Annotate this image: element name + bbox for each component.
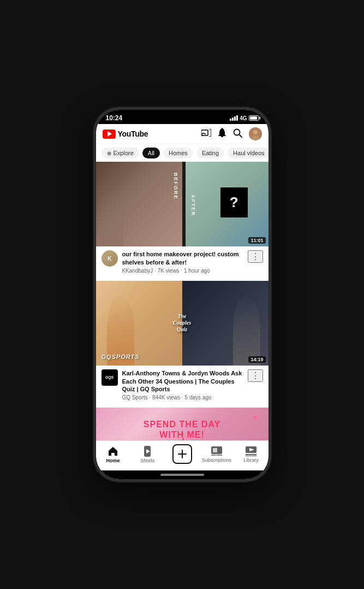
phone-shell: 10:24 4G YouTube (95, 109, 270, 480)
heart-1: ♥ (253, 413, 257, 422)
chip-explore[interactable]: ⊕ Explore (102, 148, 139, 158)
couples-quiz-overlay: TheCouplesQuiz (173, 313, 191, 333)
heart-2: ♥ (260, 437, 263, 440)
app-bar-actions (201, 127, 262, 140)
home-bar (160, 474, 204, 476)
channel-avatar-2[interactable]: GQS (102, 369, 118, 386)
video-meta-2: Karl-Anthony Towns & Jordyn Woods Ask Ea… (122, 369, 243, 401)
cast-icon (201, 129, 211, 137)
video-title-1[interactable]: our first home makeover project! custom … (122, 250, 243, 267)
app-bar: YouTube (96, 124, 268, 144)
avatar[interactable] (249, 127, 262, 140)
video-card-2: TheCouplesQuiz GQSPORTS 14:19 GQS Karl-A… (96, 281, 268, 404)
signal-bar-4 (236, 115, 238, 121)
duration-badge-2: 14:19 (248, 356, 265, 363)
chip-haul[interactable]: Haul videos (228, 148, 268, 158)
signal-bar-3 (234, 116, 236, 121)
channel-avatar-1[interactable]: K (102, 250, 118, 267)
battery-icon (249, 115, 259, 121)
notifications-button[interactable] (218, 128, 226, 140)
thumbnail-2[interactable]: TheCouplesQuiz GQSPORTS 14:19 (96, 281, 268, 366)
video-card-1: before after ? 11:01 K our first home ma… (96, 162, 268, 276)
nav-shorts[interactable]: Shorts (130, 446, 165, 463)
battery-fill (250, 116, 257, 120)
avatar-image (249, 127, 262, 140)
notch (160, 110, 204, 122)
video-title-2[interactable]: Karl-Anthony Towns & Jordyn Woods Ask Ea… (122, 369, 243, 394)
thumb2-left (96, 281, 182, 366)
chip-eating-label: Eating (202, 150, 219, 156)
youtube-icon (103, 129, 116, 139)
status-time: 10:24 (106, 114, 123, 122)
channel-name-2: GQ Sports (122, 394, 148, 400)
compass-icon: ⊕ (107, 150, 111, 156)
video-card-3: SPEND THE DAY WITH ME! ♥ ♥ ↓ (96, 408, 268, 440)
signal-bar-1 (230, 119, 231, 121)
nav-create[interactable] (165, 444, 199, 465)
home-icon (108, 446, 118, 457)
thumb-left-panel (96, 162, 186, 246)
red-arrow: ↓ (180, 433, 187, 440)
nav-shorts-label: Shorts (140, 458, 154, 463)
chip-haul-label: Haul videos (233, 150, 264, 156)
time-2: 5 days ago (185, 394, 212, 400)
screen: 10:24 4G YouTube (96, 110, 268, 479)
nav-subscriptions[interactable]: Subscriptions (199, 446, 234, 463)
search-icon (233, 128, 242, 138)
time-1: 1 hour ago (184, 268, 210, 274)
views-2: 844K views (152, 394, 180, 400)
app-title: YouTube (118, 129, 148, 138)
cast-button[interactable] (201, 129, 211, 139)
duration-badge-1: 11:01 (248, 237, 265, 244)
spend-line1: SPEND THE DAY (144, 420, 220, 429)
more-options-1[interactable]: ⋮ (248, 250, 263, 263)
content-area[interactable]: before after ? 11:01 K our first home ma… (96, 162, 268, 440)
video-sub-1: KKandbabyJ · 7K views · 1 hour ago (122, 268, 243, 274)
question-mark: ? (230, 194, 238, 211)
thumb2-right (182, 281, 268, 366)
views-1: 7K views (158, 268, 180, 274)
after-text: after (190, 195, 196, 216)
yt-logo: YouTube (103, 129, 148, 139)
svg-point-5 (253, 130, 258, 134)
bell-icon (218, 128, 226, 138)
divider (182, 162, 186, 246)
video-sub-2: GQ Sports · 844K views · 5 days ago (122, 394, 243, 400)
gq-sports-label: GQSPORTS (102, 354, 140, 360)
before-text: before (173, 173, 178, 200)
status-icons: 4G (230, 115, 258, 121)
thumbnail-3[interactable]: SPEND THE DAY WITH ME! ♥ ♥ ↓ (96, 408, 268, 440)
home-indicator (96, 470, 268, 479)
network-label: 4G (240, 115, 247, 121)
svg-line-3 (239, 134, 242, 137)
signal-bar-2 (232, 117, 234, 121)
subscriptions-icon (211, 446, 222, 456)
channel-name-1: KKandbabyJ (122, 268, 153, 274)
shorts-icon (142, 446, 152, 457)
question-box: ? (220, 187, 248, 217)
chip-all[interactable]: All (142, 148, 160, 158)
create-icon (172, 444, 192, 464)
nav-home[interactable]: Home (96, 446, 130, 463)
plus-icon (177, 449, 187, 459)
chip-eating[interactable]: Eating (196, 148, 224, 158)
library-icon (246, 446, 256, 456)
chip-homes-label: Homes (169, 150, 188, 156)
play-triangle (108, 131, 112, 137)
nav-library[interactable]: Library (234, 446, 268, 463)
search-button[interactable] (233, 128, 242, 140)
status-bar: 10:24 4G (96, 110, 268, 124)
svg-rect-0 (201, 130, 208, 136)
signal-bars (230, 115, 238, 121)
video-info-2: GQS Karl-Anthony Towns & Jordyn Woods As… (96, 366, 268, 404)
chip-explore-label: Explore (114, 150, 134, 156)
thumbnail-1[interactable]: before after ? 11:01 (96, 162, 268, 246)
nav-library-label: Library (243, 457, 259, 463)
svg-rect-12 (213, 448, 217, 452)
svg-rect-1 (221, 136, 223, 137)
video-info-1: K our first home makeover project! custo… (96, 246, 268, 276)
nav-subs-label: Subscriptions (202, 457, 231, 463)
more-options-2[interactable]: ⋮ (248, 369, 263, 382)
chip-homes[interactable]: Homes (163, 148, 193, 158)
nav-home-label: Home (106, 458, 120, 463)
